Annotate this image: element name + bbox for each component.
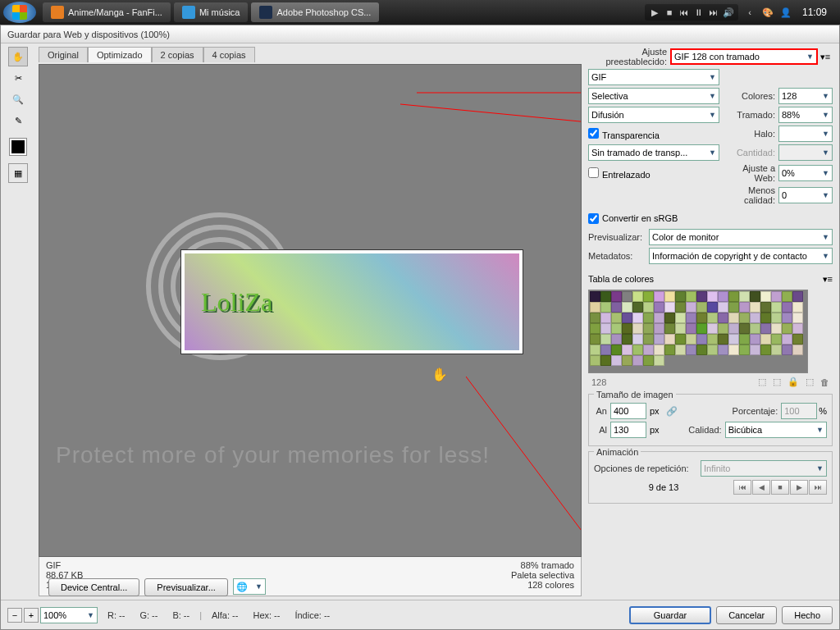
color-swatch-cell[interactable] [600,313,611,323]
media-stop-icon[interactable]: ■ [663,6,676,19]
color-swatch-cell[interactable] [643,355,654,366]
color-swatch-cell[interactable] [590,323,600,334]
color-swatch-cell[interactable] [782,334,792,345]
color-swatch-cell[interactable] [643,302,654,313]
color-swatch[interactable] [10,139,26,155]
tab-original[interactable]: Original [39,47,88,62]
color-swatch-cell[interactable] [600,302,611,313]
percent-input[interactable] [781,403,817,419]
color-swatch-cell[interactable] [654,355,664,366]
format-select[interactable]: GIF▼ [588,69,719,85]
color-swatch-cell[interactable] [696,291,707,302]
volume-icon[interactable]: 🔊 [722,6,735,19]
canvas[interactable]: photobucket LoliZa ✋ Protect more of you… [39,64,582,557]
dither-method-select[interactable]: Difusión▼ [588,107,719,123]
ct-new-icon[interactable]: ⬚ [806,377,814,387]
color-swatch-cell[interactable] [707,313,718,323]
color-swatch-cell[interactable] [760,313,771,323]
color-swatch-cell[interactable] [686,345,696,355]
color-swatch-cell[interactable] [632,291,643,302]
lossy-select[interactable]: 0▼ [778,187,833,203]
color-swatch-cell[interactable] [622,345,632,355]
color-swatch-cell[interactable] [771,313,782,323]
color-swatch-cell[interactable] [771,334,782,345]
color-swatch-cell[interactable] [718,334,728,345]
ct-icon-2[interactable]: ⬚ [773,377,781,387]
color-swatch-cell[interactable] [632,334,643,345]
media-pause-icon[interactable]: ⏸ [692,6,705,19]
color-swatch-cell[interactable] [664,345,675,355]
browser-preview-select[interactable]: 🌐▼ [233,578,266,595]
slice-visibility-tool[interactable]: ▦ [8,163,28,183]
zoom-select[interactable]: 100%▼ [40,607,98,623]
srgb-checkbox[interactable] [588,213,599,224]
cancel-button[interactable]: Cancelar [716,606,777,624]
tab-2up[interactable]: 2 copias [152,47,203,62]
color-swatch-cell[interactable] [611,334,622,345]
color-swatch-cell[interactable] [632,345,643,355]
color-table[interactable] [588,290,808,373]
tab-4up[interactable]: 4 copias [203,47,255,62]
color-swatch-cell[interactable] [611,291,622,302]
color-swatch-cell[interactable] [782,345,792,355]
color-swatch-cell[interactable] [664,323,675,334]
color-swatch-cell[interactable] [739,291,750,302]
ct-lock-icon[interactable]: 🔒 [788,377,799,387]
color-swatch-cell[interactable] [792,334,803,345]
preview-select[interactable]: Color de monitor▼ [649,229,833,245]
websnap-select[interactable]: 0%▼ [778,165,833,181]
color-swatch-cell[interactable] [750,334,760,345]
color-swatch-cell[interactable] [792,291,803,302]
ct-trash-icon[interactable]: 🗑 [820,377,829,387]
color-swatch-cell[interactable] [771,345,782,355]
colors-select[interactable]: 128▼ [778,88,833,104]
color-swatch-cell[interactable] [686,313,696,323]
color-swatch-cell[interactable] [760,334,771,345]
color-swatch-cell[interactable] [643,334,654,345]
color-swatch-cell[interactable] [739,323,750,334]
color-swatch-cell[interactable] [622,302,632,313]
color-swatch-cell[interactable] [632,313,643,323]
zoom-tool[interactable]: 🔍 [8,89,28,109]
color-swatch-cell[interactable] [760,291,771,302]
anim-first-icon[interactable]: ⏮ [733,480,751,495]
color-swatch-cell[interactable] [654,291,664,302]
color-swatch-cell[interactable] [632,355,643,366]
color-swatch-cell[interactable] [739,313,750,323]
media-next-icon[interactable]: ⏭ [707,6,720,19]
color-swatch-cell[interactable] [696,302,707,313]
color-swatch-cell[interactable] [718,313,728,323]
color-swatch-cell[interactable] [664,313,675,323]
color-swatch-cell[interactable] [664,291,675,302]
color-swatch-cell[interactable] [675,323,686,334]
color-swatch-cell[interactable] [782,291,792,302]
color-swatch-cell[interactable] [590,355,600,366]
color-swatch-cell[interactable] [760,323,771,334]
color-swatch-cell[interactable] [792,302,803,313]
anim-stop-icon[interactable]: ■ [771,480,789,495]
color-swatch-cell[interactable] [728,291,739,302]
taskbar-item-music[interactable]: Mi música [174,2,249,22]
color-swatch-cell[interactable] [611,302,622,313]
eyedropper-tool[interactable]: ✎ [8,111,28,130]
color-swatch-cell[interactable] [792,345,803,355]
color-swatch-cell[interactable] [686,291,696,302]
color-swatch-cell[interactable] [590,291,600,302]
trans-dither-select[interactable]: Sin tramado de transp...▼ [588,144,719,161]
slice-tool[interactable]: ✂ [8,68,28,88]
tray-palette-icon[interactable]: 🎨 [761,6,774,19]
color-swatch-cell[interactable] [600,355,611,366]
color-swatch-cell[interactable] [675,291,686,302]
hand-tool[interactable]: ✋ [8,47,28,66]
color-swatch-cell[interactable] [643,291,654,302]
width-input[interactable] [610,403,646,419]
color-swatch-cell[interactable] [782,302,792,313]
color-swatch-cell[interactable] [771,323,782,334]
color-swatch-cell[interactable] [728,302,739,313]
link-icon[interactable]: 🔗 [663,406,681,417]
color-swatch-cell[interactable] [622,291,632,302]
color-swatch-cell[interactable] [643,313,654,323]
color-swatch-cell[interactable] [600,291,611,302]
color-swatch-cell[interactable] [590,313,600,323]
color-swatch-cell[interactable] [718,291,728,302]
